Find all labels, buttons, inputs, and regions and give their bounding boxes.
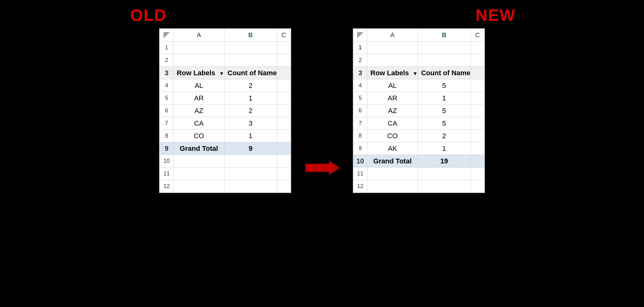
table-row: 6 AZ 5 [353, 105, 485, 117]
table-row: 9 AK 1 [353, 142, 485, 155]
cell-a-al-new[interactable]: AL [367, 79, 418, 92]
cell-a[interactable] [174, 42, 224, 54]
corner-cell-old [160, 29, 174, 42]
svg-marker-0 [164, 32, 170, 38]
cell-b[interactable] [418, 54, 470, 67]
row-num: 9 [160, 142, 174, 155]
cell-b-co-old[interactable]: 1 [224, 130, 277, 142]
cell-b[interactable] [224, 155, 277, 168]
cell-b-al-new[interactable]: 5 [418, 79, 470, 92]
dropdown-arrow-old[interactable]: ▼ [219, 71, 224, 77]
cell-a[interactable] [367, 180, 418, 193]
cell-b-al-old[interactable]: 2 [224, 79, 277, 92]
dropdown-arrow-new[interactable]: ▼ [413, 71, 418, 77]
cell-a[interactable] [174, 155, 224, 168]
new-table: A B C 1 2 [353, 29, 485, 193]
old-spreadsheet: A B C 1 2 [159, 28, 291, 193]
cell-c[interactable] [277, 180, 291, 193]
cell-c[interactable] [277, 42, 291, 54]
row-num: 1 [160, 42, 174, 54]
cell-a-az-new[interactable]: AZ [367, 105, 418, 117]
cell-c[interactable] [470, 117, 484, 130]
cell-a-co-new[interactable]: CO [367, 130, 418, 142]
transition-arrow [303, 157, 341, 179]
pivot-header-row-new: 3 Row Labels ▼ Count of Name [353, 67, 485, 79]
cell-b-ca-old[interactable]: 3 [224, 117, 277, 130]
cell-b-ak-new[interactable]: 1 [418, 142, 470, 155]
cell-b-ar-new[interactable]: 1 [418, 92, 470, 105]
cell-c[interactable] [277, 117, 291, 130]
cell-b-az-new[interactable]: 5 [418, 105, 470, 117]
cell-b[interactable] [224, 180, 277, 193]
cell-b-ar-old[interactable]: 1 [224, 92, 277, 105]
cell-a-ca-old[interactable]: CA [174, 117, 224, 130]
row-num: 8 [160, 130, 174, 142]
cell-c[interactable] [470, 42, 484, 54]
cell-b[interactable] [224, 168, 277, 180]
cell-b[interactable] [418, 168, 470, 180]
cell-c[interactable] [277, 54, 291, 67]
row-labels-header-new: Row Labels ▼ [367, 67, 418, 79]
cell-b[interactable] [224, 54, 277, 67]
cell-c [277, 67, 291, 79]
cell-c[interactable] [277, 105, 291, 117]
cell-c[interactable] [470, 79, 484, 92]
cell-b[interactable] [224, 42, 277, 54]
cell-a-ar-new[interactable]: AR [367, 92, 418, 105]
cell-a[interactable] [174, 168, 224, 180]
cell-a-ak-new[interactable]: AK [367, 142, 418, 155]
cell-a-al-old[interactable]: AL [174, 79, 224, 92]
cell-c[interactable] [277, 92, 291, 105]
row-num: 6 [353, 105, 367, 117]
cell-c[interactable] [470, 105, 484, 117]
cell-a[interactable] [174, 180, 224, 193]
row-num: 10 [160, 155, 174, 168]
cell-a-az-old[interactable]: AZ [174, 105, 224, 117]
cell-c[interactable] [277, 168, 291, 180]
table-row: 11 [160, 168, 291, 180]
row-num: 12 [353, 180, 367, 193]
cell-c [470, 155, 484, 168]
row-num: 10 [353, 155, 367, 168]
main-content: A B C 1 2 [0, 28, 644, 307]
cell-b-ca-new[interactable]: 5 [418, 117, 470, 130]
cell-c[interactable] [277, 155, 291, 168]
cell-b[interactable] [418, 180, 470, 193]
cell-c[interactable] [470, 142, 484, 155]
pivot-header-row: 3 Row Labels ▼ Count of Name [160, 67, 291, 79]
cell-b[interactable] [418, 42, 470, 54]
table-row: 8 CO 1 [160, 130, 291, 142]
cell-a[interactable] [367, 42, 418, 54]
table-row: 12 [160, 180, 291, 193]
table-row: 1 [353, 42, 485, 54]
row-num: 5 [353, 92, 367, 105]
cell-b-co-new[interactable]: 2 [418, 130, 470, 142]
cell-a-co-old[interactable]: CO [174, 130, 224, 142]
grand-total-row-new: 10 Grand Total 19 [353, 155, 485, 168]
cell-c[interactable] [277, 130, 291, 142]
row-num: 12 [160, 180, 174, 193]
table-row: 7 CA 3 [160, 117, 291, 130]
cell-c[interactable] [277, 79, 291, 92]
cell-c[interactable] [470, 168, 484, 180]
cell-b-az-old[interactable]: 2 [224, 105, 277, 117]
new-label: NEW [347, 6, 644, 25]
row-num: 4 [353, 79, 367, 92]
cell-a[interactable] [367, 168, 418, 180]
col-header-a-new: A [367, 29, 418, 42]
col-header-a-old: A [174, 29, 224, 42]
cell-c[interactable] [470, 92, 484, 105]
cell-a-ca-new[interactable]: CA [367, 117, 418, 130]
cell-a[interactable] [367, 54, 418, 67]
col-header-b-old: B [224, 29, 277, 42]
cell-c[interactable] [470, 54, 484, 67]
row-num: 4 [160, 79, 174, 92]
cell-c[interactable] [470, 180, 484, 193]
cell-a[interactable] [174, 54, 224, 67]
row-num: 7 [160, 117, 174, 130]
table-row: 4 AL 5 [353, 79, 485, 92]
cell-c[interactable] [470, 130, 484, 142]
cell-a-ar-old[interactable]: AR [174, 92, 224, 105]
row-num: 5 [160, 92, 174, 105]
row-num-selected: 1 [353, 42, 367, 54]
